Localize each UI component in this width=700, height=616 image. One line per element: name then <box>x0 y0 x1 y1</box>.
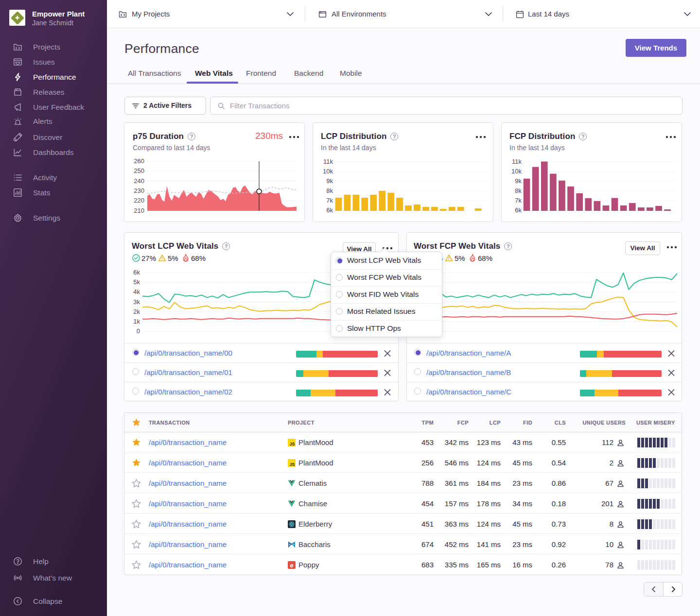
svg-text:6k: 6k <box>515 206 522 214</box>
svg-text:240: 240 <box>134 177 144 185</box>
svg-text:JS: JS <box>290 462 295 467</box>
svg-text:4k: 4k <box>133 288 140 295</box>
svg-text:210: 210 <box>134 207 144 214</box>
svg-text:230: 230 <box>134 187 144 194</box>
svg-text:0: 0 <box>137 327 140 335</box>
svg-text:6k: 6k <box>133 269 140 276</box>
svg-text:260: 260 <box>134 157 144 165</box>
svg-text:e: e <box>290 562 294 569</box>
svg-text:9k: 9k <box>515 177 522 185</box>
svg-text:220: 220 <box>134 197 144 204</box>
svg-text:2k: 2k <box>133 308 140 315</box>
svg-text:11k: 11k <box>323 158 333 165</box>
svg-text:6k: 6k <box>326 206 333 214</box>
svg-text:10k: 10k <box>323 168 333 175</box>
svg-text:10k: 10k <box>511 168 522 175</box>
svg-text:11k: 11k <box>512 158 522 165</box>
svg-text:3k: 3k <box>133 298 140 306</box>
svg-text:5k: 5k <box>133 278 140 286</box>
svg-text:8k: 8k <box>515 187 522 194</box>
svg-text:JS: JS <box>290 442 295 446</box>
svg-text:8k: 8k <box>326 187 333 194</box>
svg-text:9k: 9k <box>326 177 333 185</box>
svg-text:7k: 7k <box>326 197 333 204</box>
svg-text:1k: 1k <box>133 318 140 325</box>
svg-text:7k: 7k <box>515 197 522 204</box>
svg-text:250: 250 <box>134 167 144 174</box>
